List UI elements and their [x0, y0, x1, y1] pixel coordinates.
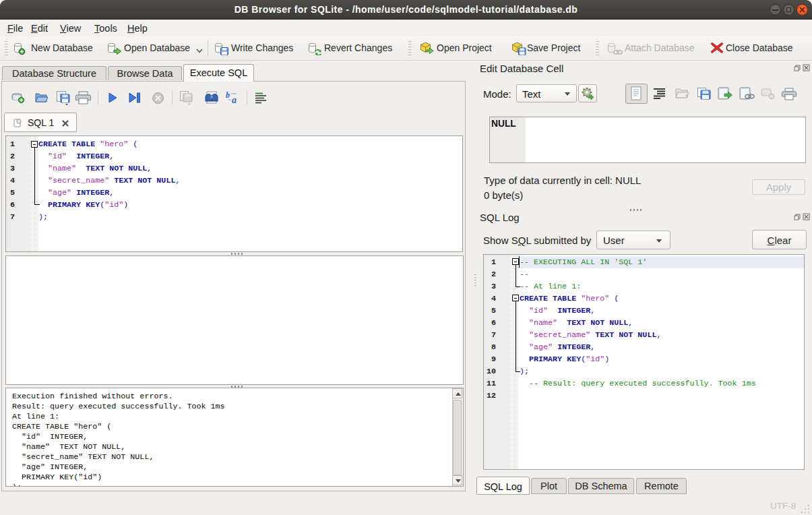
svg-text:a: a [232, 95, 237, 104]
svg-text:b: b [226, 91, 230, 100]
